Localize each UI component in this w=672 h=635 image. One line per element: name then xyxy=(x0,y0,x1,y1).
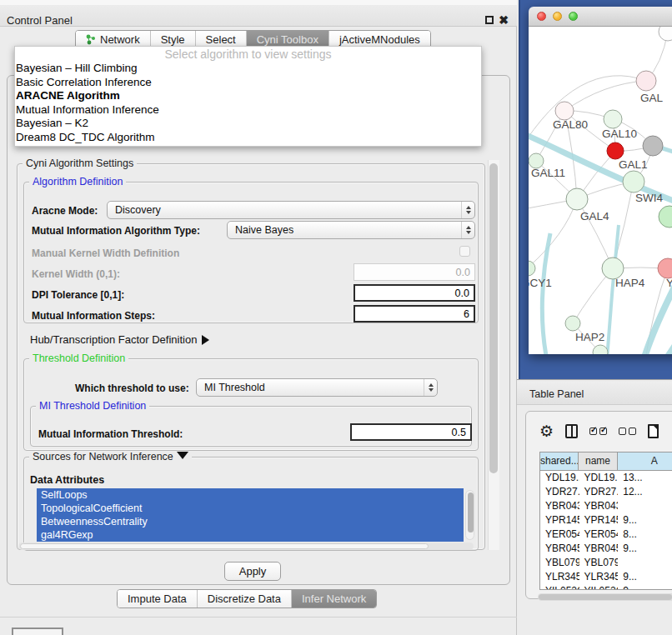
table-cell: YPR145W xyxy=(579,513,619,528)
column-header[interactable]: shared... xyxy=(540,452,579,470)
column-header[interactable]: A xyxy=(618,452,672,470)
table-cell: YIL052C xyxy=(540,584,579,590)
mi-steps-label: Mutual Information Steps: xyxy=(32,310,155,322)
network-node-label: HAP2 xyxy=(575,331,604,343)
sources-toggle[interactable]: Sources for Network Inference xyxy=(29,451,192,462)
table-panel-title: Table Panel xyxy=(529,388,584,400)
network-node-label: GCY1 xyxy=(529,277,552,289)
network-node[interactable] xyxy=(529,261,535,276)
stepper-arrows-icon xyxy=(424,379,437,396)
close-icon[interactable]: ✖ xyxy=(499,15,509,25)
dropdown-item[interactable]: Bayesian – K2 xyxy=(15,117,481,131)
dropdown-item[interactable]: Dream8 DC_TDC Algorithm xyxy=(15,131,481,145)
table-panel-body: ⚙ shared...nameA YDL19...YDL19...13...YD… xyxy=(525,411,672,599)
algorithm-dropdown-list: Bayesian – Hill ClimbingBasic Correlatio… xyxy=(15,62,481,144)
network-node[interactable] xyxy=(643,136,663,156)
table-row[interactable]: YBR045CYBR045C9... xyxy=(540,542,672,556)
gear-icon[interactable]: ⚙ xyxy=(539,423,554,439)
network-window-titlebar[interactable] xyxy=(529,7,672,27)
table-cell: YER054C xyxy=(579,528,619,542)
network-node-label: Y xyxy=(666,277,672,289)
network-node[interactable] xyxy=(565,316,580,331)
table-cell: YDR27... xyxy=(579,485,619,499)
table-cell: 13... xyxy=(618,471,672,485)
settings-horizontal-scrollbar[interactable] xyxy=(18,542,474,550)
table-toolbar: ⚙ xyxy=(539,422,659,440)
network-node[interactable] xyxy=(636,71,656,91)
aracne-mode-value: Discovery xyxy=(108,204,461,216)
attribute-item[interactable]: gal4RGexp xyxy=(37,528,464,542)
hub-definition-toggle[interactable]: Hub/Transcription Factor Definition xyxy=(30,333,209,346)
select-all-icon[interactable] xyxy=(589,428,607,435)
mi-threshold-input[interactable] xyxy=(350,423,472,441)
minimized-panel-stub[interactable] xyxy=(12,628,63,635)
table-cell: YPR145W xyxy=(540,513,579,528)
table-row[interactable]: YBR043CYBR043C xyxy=(540,499,672,513)
attribute-item[interactable]: BetweennessCentrality xyxy=(37,515,464,528)
table-row[interactable]: YIL052CYIL052C9... xyxy=(540,584,672,590)
kernel-width-input xyxy=(354,263,475,281)
network-node-label: GAL10 xyxy=(602,128,637,140)
control-panel-titlebar: Control Panel ✖ xyxy=(0,5,517,27)
table-cell: YBL079W xyxy=(540,556,579,570)
tab-discretize-data[interactable]: Discretize Data xyxy=(198,590,292,608)
table-row[interactable]: YER054CYER054C8... xyxy=(540,528,672,542)
table-panel: Table Panel ⚙ shared...nameA YDL19...YDL… xyxy=(517,379,672,635)
network-node[interactable] xyxy=(659,206,672,228)
dropdown-item[interactable]: Bayesian – Hill Climbing xyxy=(15,62,481,76)
table-row[interactable]: YLR345WYLR345W9... xyxy=(540,570,672,584)
network-node[interactable] xyxy=(607,142,624,159)
table-row[interactable]: YDL19...YDL19...13... xyxy=(540,471,672,485)
network-view-window: GALGAL80GAL10GAL1GAL11SWI4GAL4GCY1HAP4YH… xyxy=(529,7,672,354)
network-edge-highlighted xyxy=(607,225,619,354)
network-node[interactable] xyxy=(658,258,672,278)
manual-kernel-width-checkbox xyxy=(459,246,470,257)
attributes-scrollbar[interactable] xyxy=(465,490,474,540)
deselect-all-icon[interactable] xyxy=(619,428,636,435)
network-node[interactable] xyxy=(604,110,622,128)
table-horizontal-scrollbar[interactable] xyxy=(538,593,672,601)
which-threshold-select[interactable]: MI Threshold xyxy=(196,378,438,397)
table-cell xyxy=(618,499,672,513)
cyni-settings-title: Cyni Algorithm Settings xyxy=(23,158,137,169)
attribute-item[interactable]: SelfLoops xyxy=(37,488,464,502)
export-table-icon[interactable] xyxy=(648,424,659,438)
table-cell: 9... xyxy=(618,570,672,584)
mi-algorithm-type-select[interactable]: Naive Bayes xyxy=(227,221,475,239)
apply-button[interactable]: Apply xyxy=(224,562,281,581)
network-node[interactable] xyxy=(623,171,644,192)
tab-infer-network[interactable]: Infer Network xyxy=(292,590,376,608)
tab-impute-data[interactable]: Impute Data xyxy=(118,590,198,608)
aracne-mode-select[interactable]: Discovery xyxy=(107,201,475,219)
aracne-mode-label: Aracne Mode: xyxy=(32,205,98,217)
zoom-traffic-icon[interactable] xyxy=(569,12,578,21)
table-row[interactable]: YDR27...YDR27...12... xyxy=(540,485,672,499)
minimize-traffic-icon[interactable] xyxy=(553,12,562,21)
network-node[interactable] xyxy=(555,102,574,120)
dropdown-item[interactable]: Basic Correlation Inference xyxy=(15,76,481,90)
network-node-label: GAL11 xyxy=(531,167,565,179)
table-row[interactable]: YPR145WYPR145W9... xyxy=(540,513,672,528)
dropdown-item[interactable]: Mutual Information Inference xyxy=(15,103,481,118)
expanded-arrow-icon xyxy=(177,452,188,459)
mi-algorithm-type-value: Naive Bayes xyxy=(228,224,461,236)
mi-steps-input[interactable] xyxy=(354,305,475,322)
network-canvas[interactable]: GALGAL80GAL10GAL1GAL11SWI4GAL4GCY1HAP4YH… xyxy=(529,27,672,354)
column-selector-icon[interactable] xyxy=(565,424,578,438)
table-cell: YLR345W xyxy=(540,570,579,584)
close-traffic-icon[interactable] xyxy=(537,12,546,21)
table-cell: 9... xyxy=(618,584,672,590)
tab-label: Network xyxy=(100,33,140,46)
table-row[interactable]: YBL079WYBL079W xyxy=(540,556,672,570)
network-edge-highlighted xyxy=(644,239,672,354)
settings-scrollbar-thumb[interactable] xyxy=(489,163,498,473)
float-window-icon[interactable] xyxy=(485,16,494,24)
attribute-item[interactable]: TopologicalCoefficient xyxy=(37,502,464,515)
column-header[interactable]: name xyxy=(579,452,617,470)
network-node[interactable] xyxy=(659,27,672,41)
hub-definition-label: Hub/Transcription Factor Definition xyxy=(30,333,197,346)
dropdown-item[interactable]: ARACNE Algorithm xyxy=(15,89,481,103)
dpi-tolerance-input[interactable] xyxy=(354,284,475,302)
control-panel: Control Panel ✖ NetworkStyleSelectCyni T… xyxy=(0,0,517,635)
network-node[interactable] xyxy=(566,188,588,210)
